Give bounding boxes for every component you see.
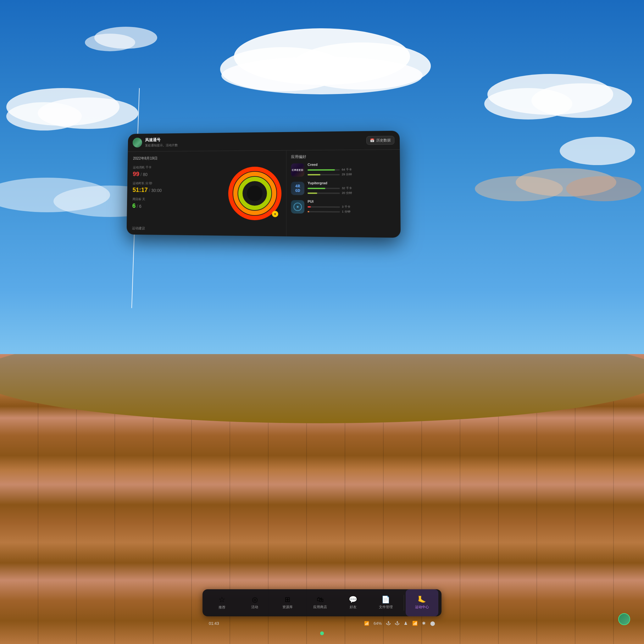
app-item-pui[interactable]: PUI 3 千卡 1 分钟	[291, 199, 396, 215]
battery-level: 64%	[374, 621, 382, 626]
pui-calories-row: 3 千卡	[308, 205, 396, 209]
statusbar-right: 📶 64% 🕹 🕹 ♟ 📶 ✱ ⬤	[364, 621, 435, 626]
pui-calories-value: 3 千卡	[342, 205, 350, 209]
taskbar-item-friends[interactable]: 💬 好友	[337, 589, 369, 616]
yupitergrad-app-info: Yupitergrad 32 千卡 20 分钟	[308, 181, 396, 196]
ring-arrow-indicator: ▼	[272, 211, 278, 217]
svg-point-24	[247, 186, 263, 201]
creed-app-icon: CREED	[291, 163, 304, 176]
duration-current: 51:17	[132, 186, 148, 193]
taskbar-label-appstore: 应用商店	[313, 605, 327, 609]
svg-point-6	[38, 97, 138, 129]
calories-current: 99	[133, 170, 139, 177]
status-time: 01:43	[209, 621, 219, 626]
duration-stat: 运动时长 分:秒 51:17 / 30:00	[132, 181, 218, 194]
taskbar-label-files: 文件管理	[379, 605, 393, 609]
activity-rings: ▼	[228, 167, 281, 220]
user-avatar	[133, 138, 142, 147]
controller-icon-1: 🕹	[386, 621, 391, 626]
advice-label: 运动建议	[132, 226, 145, 230]
taskbar: ☆ 推荐 ◎ 活动 ⊞ 资源库 🛍 应用商店 💬 好友 📄 文件管理 🦶 运动中…	[203, 589, 441, 616]
svg-point-16	[566, 176, 641, 201]
bluetooth-icon: ✱	[422, 621, 426, 626]
yupitergrad-calories-row: 32 千卡	[308, 186, 396, 191]
duration-target: 30:00	[151, 188, 162, 193]
taskbar-label-activity: 活动	[251, 605, 258, 609]
yupitergrad-minutes-row: 20 分钟	[308, 191, 396, 195]
person-icon: ♟	[404, 621, 408, 626]
grid-icon: ⊞	[285, 596, 290, 603]
app-item-yupitergrad[interactable]: 4RGD Yupitergrad 32 千卡 20 分钟	[291, 181, 396, 196]
panel-header: 风速通号 某处通知提示。活动片数 📅 历史数据	[128, 131, 400, 152]
taskbar-label-library: 资源库	[282, 605, 293, 609]
yupitergrad-name: Yupitergrad	[308, 181, 396, 185]
history-button[interactable]: 📅 历史数据	[366, 136, 394, 145]
date-label: 2022年8月19日	[133, 155, 219, 161]
pui-minutes-bar	[308, 211, 340, 213]
ring-chart-section: ▼	[223, 151, 286, 237]
svg-point-17	[475, 176, 563, 201]
svg-point-12	[85, 34, 135, 51]
pui-calories-bar	[308, 206, 340, 208]
settings-dot-icon: ⬤	[430, 621, 435, 626]
activity-icon: ◎	[252, 596, 258, 603]
apps-section: 应用偏好 CREED Creed 64 千卡	[286, 150, 401, 238]
yupitergrad-minutes-bar	[308, 192, 340, 194]
svg-point-9	[531, 83, 632, 118]
days-label: 周目标 天	[132, 197, 218, 202]
taskbar-label-friends: 好友	[350, 605, 357, 609]
days-stat: 周目标 天 6 / 6	[132, 197, 218, 210]
user-info: 风速通号 某处通知提示。活动片数	[145, 135, 366, 148]
calories-stat: 运动消耗 千卡 99 / 80	[133, 165, 218, 178]
pui-app-info: PUI 3 千卡 1 分钟	[308, 200, 396, 215]
creed-minutes-value: 29 分钟	[342, 172, 352, 176]
pui-app-icon	[291, 200, 304, 214]
wifi-icon: 📶	[412, 621, 418, 626]
svg-point-10	[560, 137, 635, 165]
controller-icon-2: 🕹	[395, 621, 399, 626]
creed-calories-row: 64 千卡	[308, 168, 395, 172]
taskbar-item-appstore[interactable]: 🛍 应用商店	[304, 589, 336, 616]
calendar-icon: 📅	[370, 138, 375, 142]
taskbar-item-recommend[interactable]: ☆ 推荐	[206, 589, 238, 616]
history-button-label: 历史数据	[376, 138, 391, 143]
creed-minutes-row: 29 分钟	[308, 172, 395, 177]
chat-icon: 💬	[349, 596, 357, 603]
taskbar-label-fitness: 运动中心	[415, 605, 429, 609]
creed-minutes-bar	[308, 174, 340, 175]
calories-label: 运动消耗 千卡	[133, 165, 218, 170]
file-icon: 📄	[381, 596, 390, 603]
fitness-icon: 🦶	[418, 596, 426, 603]
taskbar-label-recommend: 推荐	[219, 605, 225, 610]
days-current: 6	[132, 202, 136, 209]
yupitergrad-calories-bar	[308, 188, 340, 189]
yupitergrad-app-icon: 4RGD	[291, 182, 304, 195]
pui-minutes-row: 1 分钟	[308, 209, 396, 214]
bag-icon: 🛍	[317, 596, 324, 603]
taskbar-item-library[interactable]: ⊞ 资源库	[271, 589, 304, 616]
taskbar-item-activity[interactable]: ◎ 活动	[238, 589, 271, 616]
stats-section: 2022年8月19日 运动消耗 千卡 99 / 80 运动时长 分:秒 51:1…	[126, 151, 224, 236]
creed-name: Creed	[308, 162, 395, 166]
yupitergrad-minutes-value: 20 分钟	[342, 191, 352, 195]
statusbar: 01:43 📶 64% 🕹 🕹 ♟ 📶 ✱ ⬤	[203, 618, 441, 628]
taskbar-divider	[404, 595, 404, 611]
creed-app-info: Creed 64 千卡 29 分钟	[308, 162, 395, 177]
taskbar-item-fitness[interactable]: 🦶 运动中心	[406, 589, 438, 616]
taskbar-item-files[interactable]: 📄 文件管理	[369, 589, 402, 616]
profile-avatar-bottom[interactable]	[618, 613, 630, 625]
yupitergrad-calories-value: 32 千卡	[342, 186, 352, 190]
app-item-creed[interactable]: CREED Creed 64 千卡 29 分钟	[291, 162, 395, 177]
vr-fitness-panel: 风速通号 某处通知提示。活动片数 📅 历史数据 2022年8月19日 运动消耗 …	[126, 131, 401, 238]
star-icon: ☆	[219, 596, 225, 603]
floor-curve	[0, 354, 644, 423]
duration-label: 运动时长 分:秒	[133, 181, 218, 186]
apps-title: 应用偏好	[291, 153, 395, 159]
creed-calories-bar	[308, 169, 340, 170]
pui-minutes-value: 1 分钟	[342, 210, 350, 214]
days-target: 6	[139, 204, 142, 209]
battery-icon: 📶	[364, 621, 369, 626]
calories-target: 80	[143, 172, 147, 177]
pui-name: PUI	[308, 200, 396, 204]
bottom-indicator-dot	[320, 631, 324, 635]
